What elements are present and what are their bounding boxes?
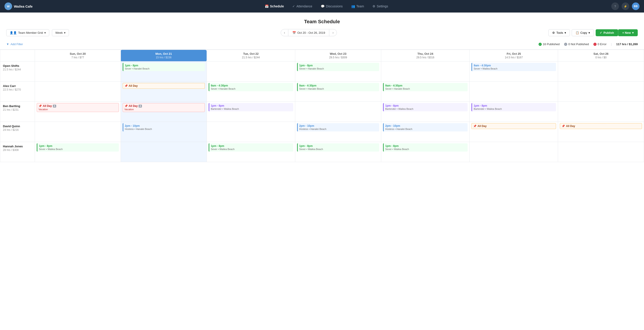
table-row: Ben Bartling 21 hrs / $231 📌 All Day A V…	[0, 102, 644, 122]
shift-cell[interactable]: 1pm - 8pm Sever • Hanalei Beach	[121, 61, 206, 82]
shift-time: 1pm - 8pm	[474, 104, 554, 107]
vacation-card[interactable]: 📌 All Day A Vacation	[37, 103, 119, 112]
shift-cell[interactable]: 📌 All Day	[470, 122, 558, 142]
allday-card[interactable]: 📌 All Day	[472, 123, 556, 129]
schedule-table: Sun, Oct 20 7 hrs / $77 Mon, Oct 21 15 h…	[0, 50, 644, 162]
user-avatar[interactable]: BB	[632, 2, 640, 10]
shift-card[interactable]: 1pm - 8pm Bartender • Wailea Beach	[383, 103, 468, 111]
nav-discussions[interactable]: 💬 Discussions	[317, 3, 346, 10]
shift-cell[interactable]: 9am - 4:30pm Sever • Wailea Beach	[470, 61, 558, 82]
allday-card[interactable]: 📌 All Day	[560, 123, 642, 129]
shift-cell[interactable]: 2pm - 10pm Hostess • Hanalei Beach	[295, 122, 381, 142]
help-button[interactable]: ?	[611, 2, 619, 10]
view-selector[interactable]: 👤👤 Team Member Grid ▾	[6, 29, 49, 36]
next-week-button[interactable]: ›	[329, 29, 337, 36]
shift-card[interactable]: 1pm - 8pm Sever • Wailea Beach	[297, 143, 379, 152]
shift-cell[interactable]: 📌 All Day	[121, 82, 206, 102]
employee-name: David Quinn	[3, 125, 32, 128]
shift-card[interactable]: 1pm - 8pm Sever • Hanalei Beach	[297, 63, 379, 71]
add-filter-button[interactable]: ▼ Add Filter	[6, 42, 23, 46]
shift-cell[interactable]: 1pm - 8pm Sever • Wailea Beach	[381, 142, 470, 162]
shift-card[interactable]: 1pm - 8pm Sever • Wailea Beach	[208, 143, 293, 152]
day-label: Tue, Oct 22	[210, 52, 292, 55]
empty-shift-cell[interactable]	[470, 82, 558, 102]
shift-card[interactable]: 1pm - 8pm Sever • Wailea Beach	[383, 143, 468, 152]
date-navigator: ‹ 📅 Oct 20 - Oct 26, 2019 ›	[281, 29, 337, 36]
shift-location: Hostess • Hanalei Beach	[299, 128, 378, 130]
shift-cell[interactable]: 1pm - 8pm Sever • Wailea Beach	[295, 142, 381, 162]
shift-cell[interactable]: 📌 All Day	[558, 122, 644, 142]
week-selector[interactable]: Week ▾	[52, 29, 69, 36]
empty-shift-cell[interactable]	[121, 142, 206, 162]
shift-cell[interactable]: 9am - 4:30pm Sever • Hanalei Beach	[381, 82, 470, 102]
shift-card[interactable]: 2pm - 10pm Hostess • Hanalei Beach	[297, 123, 379, 132]
shift-cell[interactable]: 2pm - 10pm Hostess • Hanalei Beach	[121, 122, 206, 142]
employee-name-cell: Open Shifts 21.5 hrs / $244	[0, 61, 35, 82]
publish-button[interactable]: ✓ Publish	[596, 29, 618, 36]
empty-shift-cell[interactable]	[470, 142, 558, 162]
shift-cell[interactable]: 1pm - 8pm Bartender • Wailea Beach	[381, 102, 470, 122]
empty-shift-cell[interactable]	[35, 82, 121, 102]
empty-shift-cell[interactable]	[381, 61, 470, 82]
shift-cell[interactable]: 1pm - 8pm Sever • Wailea Beach	[206, 142, 295, 162]
question-icon: ?	[614, 5, 616, 8]
lightning-icon: ⚡	[624, 5, 627, 8]
tools-button[interactable]: ⚙ Tools ▾	[548, 29, 570, 36]
empty-shift-cell[interactable]	[35, 122, 121, 142]
all-day-label: All Day	[129, 104, 138, 108]
notifications-button[interactable]: ⚡	[622, 2, 629, 10]
check-icon: ✓	[600, 31, 602, 34]
empty-shift-cell[interactable]	[206, 61, 295, 82]
vacation-label: Vacation	[38, 108, 117, 111]
shift-cell[interactable]: 📌 All Day A Vacation	[121, 102, 206, 122]
shift-cell[interactable]: 📌 All Day A Vacation	[35, 102, 121, 122]
shift-cell[interactable]: 2pm - 10pm Hostess • Hanalei Beach	[381, 122, 470, 142]
shift-card[interactable]: 1pm - 8pm Sever • Hanalei Beach	[123, 63, 205, 71]
calendar-icon-2: 📅	[292, 31, 296, 34]
toolbar-left: 👤👤 Team Member Grid ▾ Week ▾	[6, 29, 69, 36]
shift-card[interactable]: 1pm - 8pm Bartender • Wailea Beach	[472, 103, 556, 111]
shift-card[interactable]: 9am - 4:30pm Sever • Hanalei Beach	[297, 83, 379, 91]
shift-cell[interactable]: 1pm - 8pm Sever • Hanalei Beach	[295, 61, 381, 82]
allday-card[interactable]: 📌 All Day	[123, 83, 205, 89]
day-sub: 0 hrs / $0	[561, 56, 641, 59]
shift-card[interactable]: 2pm - 10pm Hostess • Hanalei Beach	[123, 123, 205, 132]
prev-week-button[interactable]: ‹	[281, 29, 288, 36]
shift-cell[interactable]: 9am - 4:30pm Sever • Hanalei Beach	[206, 82, 295, 102]
shift-card[interactable]: 2pm - 10pm Hostess • Hanalei Beach	[383, 123, 468, 132]
shift-cell[interactable]: 9am - 4:30pm Sever • Hanalei Beach	[295, 82, 381, 102]
empty-shift-cell[interactable]	[206, 122, 295, 142]
chevron-down-icon-4: ▾	[588, 31, 590, 34]
shift-cell[interactable]: 1pm - 8pm Sever • Wailea Beach	[35, 142, 121, 162]
shift-cell[interactable]: 1pm - 8pm Bartender • Wailea Beach	[206, 102, 295, 122]
shift-card[interactable]: 9am - 4:30pm Sever • Hanalei Beach	[383, 83, 468, 91]
empty-shift-cell[interactable]	[295, 102, 381, 122]
shift-card[interactable]: 9am - 4:30pm Sever • Wailea Beach	[472, 63, 556, 71]
brand-logo[interactable]: W Wailea Cafe	[4, 2, 33, 10]
empty-shift-cell[interactable]	[558, 142, 644, 162]
day-label: Mon, Oct 21	[124, 52, 204, 55]
new-button[interactable]: + New ▾	[618, 29, 638, 36]
shift-time: 9am - 4:30pm	[299, 84, 378, 87]
day-header-4: Thu, Oct 24 29.5 hrs / $316	[381, 50, 470, 61]
shift-card[interactable]: 9am - 4:30pm Sever • Hanalei Beach	[208, 83, 293, 91]
nav-attendance[interactable]: ✓ Attendance	[289, 3, 316, 10]
nav-schedule[interactable]: 📅 Schedule	[261, 3, 288, 10]
empty-shift-cell[interactable]	[558, 102, 644, 122]
day-header-1: Mon, Oct 21 15 hrs / $156	[121, 50, 206, 61]
all-day-tag: 📌 All Day	[473, 125, 554, 128]
shift-card[interactable]: 1pm - 8pm Sever • Wailea Beach	[37, 143, 119, 152]
shift-cell[interactable]: 1pm - 8pm Bartender • Wailea Beach	[470, 102, 558, 122]
employee-name-cell: Alex Carr 22.5 hrs / $270	[0, 82, 35, 102]
empty-shift-cell[interactable]	[558, 61, 644, 82]
day-label: Sat, Oct 26	[561, 52, 641, 55]
nav-team[interactable]: 👥 Team	[348, 3, 368, 10]
shift-card[interactable]: 1pm - 8pm Bartender • Wailea Beach	[208, 103, 293, 111]
copy-icon: 📋	[576, 31, 579, 34]
nav-settings[interactable]: ⚙ Settings	[369, 3, 392, 10]
shift-location: Sever • Wailea Beach	[299, 148, 378, 151]
empty-shift-cell[interactable]	[558, 82, 644, 102]
vacation-card[interactable]: 📌 All Day A Vacation	[123, 103, 205, 112]
empty-shift-cell[interactable]	[35, 61, 121, 82]
copy-button[interactable]: 📋 Copy ▾	[572, 29, 594, 36]
